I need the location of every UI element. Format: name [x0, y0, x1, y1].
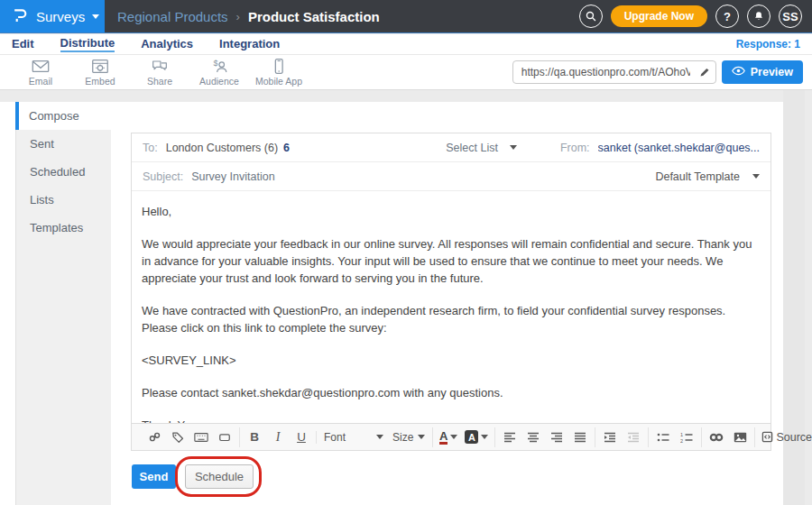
- media-group: [701, 427, 754, 447]
- align-left-icon[interactable]: [500, 427, 520, 447]
- breadcrumb-separator: ›: [236, 10, 240, 23]
- channel-label: Email: [29, 76, 52, 87]
- body-paragraph: <SURVEY_LINK>: [142, 352, 761, 369]
- body-paragraph: Thank You: [142, 417, 761, 423]
- bullet-list-icon[interactable]: [653, 427, 673, 447]
- body-paragraph: We would appreciate your feedback in our…: [142, 235, 761, 287]
- recipient-count: 6: [283, 142, 290, 154]
- tab-edit[interactable]: Edit: [12, 37, 34, 51]
- eye-icon: [732, 66, 745, 78]
- template-label: Default Template: [655, 170, 740, 183]
- insert-image-icon[interactable]: [730, 427, 750, 447]
- help-icon[interactable]: ?: [715, 5, 739, 28]
- font-size-dropdown[interactable]: Size: [390, 431, 428, 444]
- schedule-button[interactable]: Schedule: [185, 464, 254, 489]
- body-paragraph: Hello,: [142, 203, 761, 220]
- align-group: [494, 427, 595, 447]
- insert-keyboard-icon[interactable]: [191, 427, 211, 447]
- body-paragraph: Please contact sanket.shekdar@questionpr…: [142, 384, 761, 401]
- audience-dollar-person-icon: $: [209, 58, 229, 75]
- top-header: Surveys Regional Products › Product Sati…: [0, 0, 812, 33]
- notifications-bell-icon[interactable]: [747, 5, 770, 28]
- compose-panel: To: London Customers (6) 6 Select List F…: [131, 133, 771, 451]
- subject-row: Subject: Survey Invitation Default Templ…: [132, 162, 770, 191]
- breadcrumb-folder[interactable]: Regional Products: [117, 9, 228, 24]
- source-button[interactable]: Source: [760, 427, 812, 447]
- text-color-letter: A: [439, 430, 448, 445]
- select-list-dropdown[interactable]: Select List: [446, 142, 517, 154]
- italic-button[interactable]: I: [268, 427, 288, 447]
- preview-button[interactable]: Preview: [722, 60, 803, 84]
- insert-group: [140, 427, 239, 447]
- questionpro-logo-icon: [12, 6, 29, 27]
- align-right-icon[interactable]: [547, 427, 567, 447]
- chevron-down-icon: [752, 174, 760, 179]
- from-label: From:: [560, 142, 590, 154]
- to-label: To:: [143, 142, 158, 154]
- insert-button-icon[interactable]: [215, 427, 235, 447]
- hyperlink-icon[interactable]: [706, 427, 726, 447]
- tab-analytics[interactable]: Analytics: [141, 37, 193, 51]
- svg-text:2: 2: [680, 438, 683, 443]
- sidebar-item-sent[interactable]: Sent: [16, 130, 111, 158]
- from-sender[interactable]: sanket (sanket.shekdar@ques...: [598, 142, 760, 154]
- insert-tag-icon[interactable]: [168, 427, 188, 447]
- source-group: Source Tx: [754, 427, 812, 447]
- list-group: 12: [648, 427, 701, 447]
- chevron-down-icon: [376, 435, 383, 439]
- email-sidebar: Compose Sent Scheduled Lists Templates: [15, 102, 111, 505]
- send-button[interactable]: Send: [132, 464, 176, 489]
- channel-embed[interactable]: Embed: [70, 58, 130, 87]
- underline-button[interactable]: U: [291, 427, 311, 447]
- outdent-icon[interactable]: [623, 427, 643, 447]
- indent-icon[interactable]: [600, 427, 620, 447]
- email-envelope-icon: [31, 58, 51, 75]
- bg-color-letter: A: [465, 430, 478, 444]
- email-body-editor[interactable]: Hello, We would appreciate your feedback…: [132, 191, 770, 423]
- channel-share[interactable]: Share: [130, 58, 189, 87]
- mobile-phone-icon: [269, 58, 289, 75]
- numbered-list-icon[interactable]: 12: [677, 427, 697, 447]
- surveys-menu[interactable]: Surveys: [0, 0, 105, 32]
- tab-distribute[interactable]: Distribute: [60, 36, 115, 52]
- channel-label: Embed: [85, 76, 115, 87]
- distribute-content: Compose Sent Scheduled Lists Templates T…: [0, 90, 812, 505]
- breadcrumb-survey-name: Product Satisfaction: [248, 9, 380, 24]
- channel-label: Audience: [199, 76, 239, 87]
- font-family-dropdown[interactable]: Font: [321, 431, 386, 444]
- channel-label: Mobile App: [255, 76, 302, 87]
- chevron-down-icon: [92, 14, 99, 19]
- breadcrumb: Regional Products › Product Satisfaction: [105, 9, 380, 24]
- tab-integration[interactable]: Integration: [219, 37, 280, 51]
- align-justify-icon[interactable]: [570, 427, 590, 447]
- subject-label: Subject:: [143, 170, 183, 183]
- align-center-icon[interactable]: [523, 427, 543, 447]
- bold-button[interactable]: B: [245, 427, 264, 447]
- response-count[interactable]: Response: 1: [736, 38, 800, 50]
- sidebar-item-lists[interactable]: Lists: [16, 186, 111, 214]
- edit-url-pencil-icon[interactable]: [694, 67, 715, 78]
- richtext-toolbar: B I U Font Size A A: [132, 423, 770, 450]
- channel-label: Share: [147, 76, 172, 87]
- to-recipients[interactable]: London Customers (6): [166, 142, 278, 154]
- channel-email[interactable]: Email: [11, 58, 70, 87]
- template-dropdown[interactable]: Default Template: [655, 170, 760, 183]
- search-icon[interactable]: [579, 5, 603, 28]
- channel-audience[interactable]: $ Audience: [189, 58, 249, 87]
- upgrade-now-button[interactable]: Upgrade Now: [611, 5, 707, 27]
- survey-nav: Edit Distribute Analytics Integration Re…: [0, 34, 812, 55]
- subject-input[interactable]: Survey Invitation: [191, 170, 274, 183]
- sidebar-item-templates[interactable]: Templates: [16, 214, 111, 242]
- insert-link-icon[interactable]: [144, 427, 164, 447]
- user-avatar[interactable]: SS: [779, 5, 802, 28]
- text-color-button[interactable]: A: [438, 427, 459, 447]
- background-color-button[interactable]: A: [463, 427, 490, 447]
- sidebar-item-compose[interactable]: Compose: [15, 102, 111, 130]
- body-paragraph: We have contracted with QuestionPro, an …: [142, 302, 761, 336]
- sidebar-item-scheduled[interactable]: Scheduled: [16, 158, 111, 186]
- survey-url-input[interactable]: [513, 66, 694, 78]
- chevron-down-icon: [418, 435, 425, 439]
- font-group: Font Size: [316, 431, 432, 444]
- chevron-down-icon: [510, 145, 517, 150]
- channel-mobile-app[interactable]: Mobile App: [249, 58, 309, 87]
